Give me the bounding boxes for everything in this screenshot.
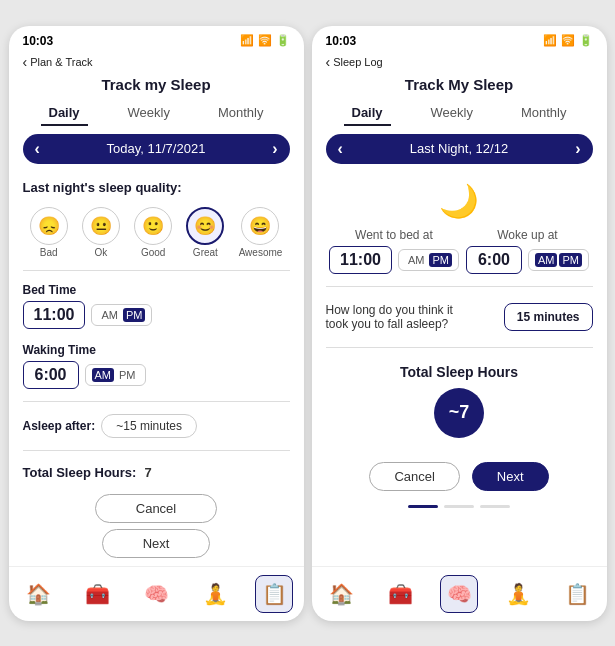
total-sleep-title: Total Sleep Hours: [312, 364, 607, 380]
emoji-row: 😞 Bad 😐 Ok 🙂 Good 😊 Great 😄 Awesome: [9, 201, 304, 262]
date-prev-left[interactable]: ‹: [35, 140, 40, 158]
emoji-ok-icon: 😐: [82, 207, 120, 245]
nav-track-right[interactable]: 📋: [558, 575, 596, 613]
nav-tools-left[interactable]: 🧰: [78, 575, 116, 613]
bed-time-group: Bed Time 11:00 AM PM: [9, 279, 304, 333]
emoji-ok[interactable]: 😐 Ok: [82, 207, 120, 258]
bed-am: AM: [98, 308, 121, 322]
bed-time-value[interactable]: 11:00: [23, 301, 86, 329]
asleep-after-value[interactable]: ~15 minutes: [101, 414, 197, 438]
bed-time-ampm[interactable]: AM PM: [91, 304, 152, 326]
asleep-after-row: Asleep after: ~15 minutes: [23, 414, 290, 438]
bed-time-label: Bed Time: [23, 283, 290, 297]
nav-tools-right[interactable]: 🧰: [381, 575, 419, 613]
next-button-right[interactable]: Next: [472, 462, 549, 491]
divider-right-2: [326, 347, 593, 348]
bottom-nav-right: 🏠 🧰 🧠 🧘 📋: [312, 566, 607, 621]
date-prev-right[interactable]: ‹: [338, 140, 343, 158]
emoji-ok-label: Ok: [94, 247, 107, 258]
waking-time-label: Waking Time: [23, 343, 290, 357]
tab-dot-1: [408, 505, 438, 508]
fall-asleep-value[interactable]: 15 minutes: [504, 303, 593, 331]
back-nav-left[interactable]: Plan & Track: [9, 52, 304, 72]
woke-up-ampm[interactable]: AM PM: [528, 249, 589, 271]
status-icons-right: 📶 🛜 🔋: [543, 34, 593, 47]
went-to-bed-value[interactable]: 11:00: [329, 246, 392, 274]
cancel-button-right[interactable]: Cancel: [369, 462, 459, 491]
emoji-good[interactable]: 🙂 Good: [134, 207, 172, 258]
status-bar-right: 10:03 📶 🛜 🔋: [312, 26, 607, 52]
wifi-icon-right: 🛜: [561, 34, 575, 47]
next-button-left[interactable]: Next: [102, 529, 211, 558]
bottom-nav-left: 🏠 🧰 🧠 🧘 📋: [9, 566, 304, 621]
total-sleep-value: 7: [144, 465, 151, 480]
emoji-awesome-label: Awesome: [239, 247, 283, 258]
waking-time-row: 6:00 AM PM: [23, 361, 290, 389]
woke-up-time-row: 6:00 AM PM: [466, 246, 589, 274]
waking-time-value[interactable]: 6:00: [23, 361, 79, 389]
tab-daily-left[interactable]: Daily: [41, 101, 88, 126]
went-to-bed-ampm[interactable]: AM PM: [398, 249, 459, 271]
nav-home-right[interactable]: 🏠: [322, 575, 360, 613]
nav-brain-right[interactable]: 🧠: [440, 575, 478, 613]
tab-monthly-right[interactable]: Monthly: [513, 101, 575, 126]
woke-up-value[interactable]: 6:00: [466, 246, 522, 274]
emoji-great-label: Great: [193, 247, 218, 258]
cancel-button-left[interactable]: Cancel: [95, 494, 217, 523]
total-sleep-row: Total Sleep Hours: 7: [9, 459, 304, 486]
status-icons-left: 📶 🛜 🔋: [240, 34, 290, 47]
battery-icon-right: 🔋: [579, 34, 593, 47]
bed-am-right: AM: [405, 253, 428, 267]
nav-track-left[interactable]: 📋: [255, 575, 293, 613]
emoji-good-icon: 🙂: [134, 207, 172, 245]
date-text-right: Last Night, 12/12: [410, 141, 508, 156]
divider-2: [23, 401, 290, 402]
emoji-bad-label: Bad: [40, 247, 58, 258]
sleep-quality-label: Last night's sleep quality:: [9, 172, 304, 201]
tabs-left: Daily Weekly Monthly: [9, 101, 304, 126]
date-next-left[interactable]: ›: [272, 140, 277, 158]
button-row-right: Cancel Next: [312, 454, 607, 499]
total-sleep-section: Total Sleep Hours ~7: [312, 356, 607, 454]
signal-icon-right: 📶: [543, 34, 557, 47]
nav-home-left[interactable]: 🏠: [19, 575, 57, 613]
button-row-left: Cancel Next: [9, 486, 304, 566]
nav-wellness-right[interactable]: 🧘: [499, 575, 537, 613]
waking-time-ampm[interactable]: AM PM: [85, 364, 146, 386]
woke-pm-right: PM: [559, 253, 582, 267]
tab-indicators: [312, 499, 607, 514]
nav-wellness-left[interactable]: 🧘: [196, 575, 234, 613]
tab-weekly-right[interactable]: Weekly: [423, 101, 481, 126]
bed-time-row: 11:00 AM PM: [23, 301, 290, 329]
bed-wake-row: Went to bed at 11:00 AM PM Woke up at 6:…: [312, 224, 607, 278]
tab-daily-right[interactable]: Daily: [344, 101, 391, 126]
total-sleep-circle: ~7: [434, 388, 484, 438]
fall-asleep-question: How long do you think it took you to fal…: [326, 303, 466, 331]
asleep-after-label: Asleep after:: [23, 419, 96, 433]
tab-weekly-left[interactable]: Weekly: [120, 101, 178, 126]
moon-icon: 🌙: [312, 172, 607, 224]
woke-up-label: Woke up at: [497, 228, 557, 242]
emoji-bad-icon: 😞: [30, 207, 68, 245]
went-to-bed-label: Went to bed at: [355, 228, 433, 242]
divider-1: [23, 270, 290, 271]
emoji-good-label: Good: [141, 247, 165, 258]
page-title-right: Track My Sleep: [312, 72, 607, 101]
fall-asleep-row: How long do you think it took you to fal…: [312, 295, 607, 339]
emoji-bad[interactable]: 😞 Bad: [30, 207, 68, 258]
tab-monthly-left[interactable]: Monthly: [210, 101, 272, 126]
status-bar-left: 10:03 📶 🛜 🔋: [9, 26, 304, 52]
total-sleep-label: Total Sleep Hours:: [23, 465, 137, 480]
date-nav-left: ‹ Today, 11/7/2021 ›: [23, 134, 290, 164]
divider-right-1: [326, 286, 593, 287]
back-nav-right[interactable]: Sleep Log: [312, 52, 607, 72]
emoji-great[interactable]: 😊 Great: [186, 207, 224, 258]
battery-icon: 🔋: [276, 34, 290, 47]
went-to-bed-col: Went to bed at 11:00 AM PM: [329, 228, 459, 274]
date-next-right[interactable]: ›: [575, 140, 580, 158]
nav-brain-left[interactable]: 🧠: [137, 575, 175, 613]
emoji-awesome[interactable]: 😄 Awesome: [239, 207, 283, 258]
tab-dot-2: [444, 505, 474, 508]
divider-3: [23, 450, 290, 451]
tab-dot-3: [480, 505, 510, 508]
